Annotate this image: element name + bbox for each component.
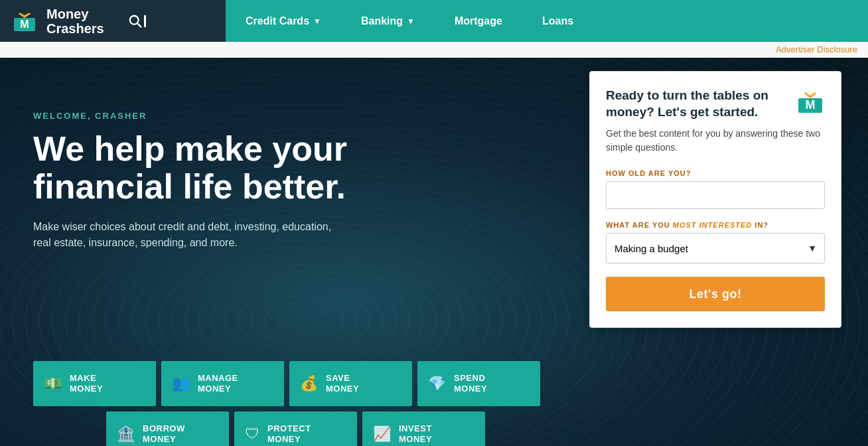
age-field-label: HOW OLD ARE YOU? — [606, 169, 825, 177]
nav-credit-cards[interactable]: Credit Cards ▼ — [226, 0, 341, 42]
manage-money-icon: 👥 — [172, 375, 190, 392]
age-input[interactable] — [606, 181, 825, 209]
search-button[interactable] — [128, 14, 146, 29]
chevron-down-icon: ▼ — [313, 17, 321, 26]
hero-subtitle: Make wiser choices about credit and debt… — [33, 219, 338, 251]
logo-line1: Money — [46, 7, 88, 21]
borrow-money-icon: 🏦 — [117, 425, 135, 443]
category-tiles: 💵 MAKEMONEY 👥 MANAGEMONEY 💰 SAVEMONEY 💎 … — [0, 361, 551, 446]
header: M Money Crashers Credit Cards ▼ Banking … — [0, 0, 868, 42]
svg-marker-5 — [801, 92, 820, 98]
save-money-icon: 💰 — [300, 375, 318, 392]
tile-manage-money[interactable]: 👥 MANAGEMONEY — [161, 361, 284, 406]
tile-spend-money[interactable]: 💎 SPENDMONEY — [417, 361, 540, 406]
welcome-label: WELCOME, CRASHER — [33, 111, 551, 121]
card-title: Ready to turn the tables on money? Let's… — [606, 88, 785, 120]
main-nav: Credit Cards ▼ Banking ▼ Mortgage Loans — [226, 0, 868, 42]
nav-banking[interactable]: Banking ▼ — [341, 0, 435, 42]
lets-go-button[interactable]: Let's go! — [606, 277, 825, 311]
logo-text: Money Crashers — [46, 7, 104, 36]
interest-field-label: WHAT ARE YOU MOST INTERESTED IN? — [606, 221, 825, 229]
tile-save-money[interactable]: 💰 SAVEMONEY — [289, 361, 412, 406]
hero-section: WELCOME, CRASHER We help make your finan… — [0, 58, 868, 446]
svg-line-4 — [137, 23, 141, 27]
tile-protect-money[interactable]: 🛡 PROTECTMONEY — [234, 411, 357, 446]
logo-area: M Money Crashers — [0, 0, 226, 42]
card-description: Get the best content for you by answerin… — [606, 127, 825, 155]
invest-money-icon: 📈 — [373, 425, 391, 443]
nav-mortgage[interactable]: Mortgage — [435, 0, 522, 42]
make-money-icon: 💵 — [44, 375, 62, 392]
card-logo-icon: M — [796, 88, 825, 117]
interest-select-wrap: Making a budget Saving money Investing C… — [606, 233, 825, 263]
card-header: Ready to turn the tables on money? Let's… — [606, 88, 825, 120]
logo-line2: Crashers — [46, 21, 104, 36]
hero-title: We help make your financial life better. — [33, 130, 365, 206]
tiles-row-2: 🏦 BORROWMONEY 🛡 PROTECTMONEY 📈 INVESTMON… — [33, 411, 518, 446]
logo-icon: M — [11, 7, 38, 35]
svg-text:M: M — [20, 19, 29, 30]
hero-content: WELCOME, CRASHER We help make your finan… — [0, 111, 551, 277]
svg-point-3 — [129, 15, 138, 24]
onboarding-card: Ready to turn the tables on money? Let's… — [589, 71, 841, 328]
svg-text:M: M — [806, 98, 816, 112]
advertiser-disclosure[interactable]: Advertiser Disclosure — [0, 42, 868, 58]
svg-marker-0 — [16, 13, 33, 18]
chevron-down-icon: ▼ — [407, 17, 415, 26]
spend-money-icon: 💎 — [428, 375, 446, 392]
tile-make-money[interactable]: 💵 MAKEMONEY — [33, 361, 156, 406]
interest-select[interactable]: Making a budget Saving money Investing C… — [606, 233, 825, 263]
tile-borrow-money[interactable]: 🏦 BORROWMONEY — [106, 411, 229, 446]
nav-loans[interactable]: Loans — [522, 0, 593, 42]
tile-invest-money[interactable]: 📈 INVESTMONEY — [362, 411, 485, 446]
protect-money-icon: 🛡 — [245, 425, 259, 443]
tiles-row-1: 💵 MAKEMONEY 👥 MANAGEMONEY 💰 SAVEMONEY 💎 … — [33, 361, 518, 406]
